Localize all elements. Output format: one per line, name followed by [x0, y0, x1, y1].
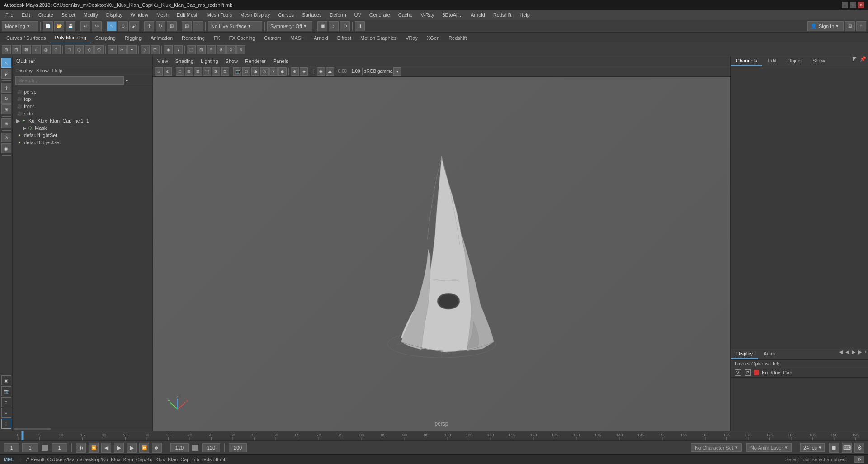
rp-pin-icon[interactable]: 📌 — [858, 56, 868, 66]
minimize-button[interactable]: ─ — [842, 2, 848, 8]
outliner-tab-show[interactable]: Show — [36, 68, 49, 73]
menu-uv[interactable]: UV — [351, 11, 365, 19]
rp-expand-icon[interactable]: ◤ — [851, 56, 858, 66]
outliner-tab-display[interactable]: Display — [16, 68, 33, 73]
attribute-button[interactable]: ≡ — [1, 408, 11, 418]
menu-3dtoall[interactable]: 3DtoAll... — [439, 11, 466, 19]
outliner-item-front[interactable]: 🎥 front — [13, 103, 152, 110]
soft-select-button[interactable]: ⊙ — [1, 133, 11, 142]
save-scene-button[interactable]: 💾 — [66, 21, 75, 31]
tab-curves-surfaces[interactable]: Curves / Surfaces — [2, 33, 50, 43]
layer-button[interactable]: ⊞ — [1, 397, 11, 407]
layer-subtab-options[interactable]: Options — [751, 361, 769, 366]
close-button[interactable]: ✕ — [858, 2, 864, 8]
new-scene-button[interactable]: 📄 — [43, 21, 53, 31]
poly-tool-13[interactable]: ✦ — [127, 45, 137, 54]
layer-nav-next[interactable]: ▶ — [850, 349, 857, 359]
channel-box-button[interactable]: ⊟ — [1, 419, 11, 429]
poly-tool-12[interactable]: ✂ — [118, 45, 127, 54]
viewport-menu-view[interactable]: View — [156, 58, 170, 64]
vp-shadow-button[interactable]: ◐ — [278, 67, 287, 76]
tab-vray[interactable]: VRay — [401, 33, 422, 43]
layer-playback-btn[interactable]: P — [745, 369, 751, 376]
poly-tool-6[interactable]: ⊙ — [52, 45, 61, 54]
menu-select[interactable]: Select — [58, 11, 79, 19]
tab-animation[interactable]: Animation — [146, 33, 177, 43]
tab-sculpting[interactable]: Sculpting — [91, 33, 120, 43]
live-surface-dropdown[interactable]: No Live Surface ▾ — [208, 21, 262, 31]
outliner-item-lightset[interactable]: ● defaultLightSet — [13, 132, 152, 139]
tab-poly-modeling[interactable]: Poly Modeling — [50, 33, 90, 43]
outliner-item-objectset[interactable]: ● defaultObjectSet — [13, 139, 152, 146]
menu-display[interactable]: Display — [103, 11, 126, 19]
symmetry-dropdown[interactable]: Symmetry: Off ▾ — [267, 21, 312, 31]
tab-rigging[interactable]: Rigging — [120, 33, 146, 43]
sculpt-button[interactable]: ◉ — [1, 143, 11, 153]
auto-key-button[interactable]: ⏹ — [829, 443, 839, 453]
step-back-key-button[interactable]: ⏪ — [89, 443, 99, 453]
pause-button[interactable]: ⏸ — [355, 21, 365, 31]
outliner-item-mask[interactable]: ▶ ⬡ Mask — [13, 124, 152, 132]
menu-help[interactable]: Help — [516, 11, 533, 19]
layer-new-icon[interactable]: + — [863, 349, 868, 359]
undo-button[interactable]: ↩ — [80, 21, 90, 31]
poly-tool-15[interactable]: ⊡ — [151, 45, 160, 54]
redo-button[interactable]: ↪ — [92, 21, 102, 31]
lasso-tool-button[interactable]: ⊙ — [118, 21, 128, 31]
tab-custom[interactable]: Custom — [259, 33, 286, 43]
vp-xray-button[interactable]: ◈ — [300, 67, 308, 76]
viewport-menu-show[interactable]: Show — [224, 58, 240, 64]
outliner-search-arrow[interactable]: ▾ — [126, 78, 128, 84]
layer-subtab-layers[interactable]: Layers — [735, 361, 750, 366]
channelbox-tab-channels[interactable]: Channels — [731, 56, 762, 66]
vp-wire-button[interactable]: ⬡ — [242, 67, 250, 76]
poly-tool-1[interactable]: ⊞ — [2, 45, 11, 54]
no-anim-layer-dropdown[interactable]: No Anim Layer ▾ — [746, 443, 792, 452]
move-mode-button[interactable]: ✛ — [1, 83, 11, 93]
tab-motion-graphics[interactable]: Motion Graphics — [356, 33, 401, 43]
tab-mash[interactable]: MASH — [286, 33, 309, 43]
vp-shade-button[interactable]: ◑ — [251, 67, 259, 76]
key-all-button[interactable]: ⌨ — [842, 443, 852, 453]
outliner-item-mesh-group[interactable]: ▶ ✦ Ku_Klux_Klan_Cap_ncl1_1 — [13, 117, 152, 124]
layer-tab-anim[interactable]: Anim — [758, 349, 780, 359]
vp-home-button[interactable]: ⌂ — [155, 67, 163, 76]
play-fwd-button[interactable]: ▶ — [114, 443, 124, 453]
menu-vray[interactable]: V-Ray — [417, 11, 438, 19]
layer-color-swatch[interactable] — [754, 370, 759, 375]
outliner-search-input[interactable] — [15, 76, 124, 85]
vp-layout-1[interactable]: □ — [176, 67, 184, 76]
mode-dropdown[interactable]: Modeling ▾ — [2, 21, 38, 31]
frame-number-field[interactable] — [52, 443, 67, 452]
menu-surfaces[interactable]: Surfaces — [298, 11, 325, 19]
rotate-mode-button[interactable]: ↻ — [1, 94, 11, 104]
menu-cache[interactable]: Cache — [395, 11, 416, 19]
layout-button[interactable]: ⊞ — [845, 21, 855, 31]
mel-python-toggle[interactable]: ⚙ — [854, 456, 864, 463]
poly-tool-2[interactable]: ⊟ — [12, 45, 21, 54]
poly-tool-10[interactable]: ⬠ — [94, 45, 104, 54]
poly-tool-8[interactable]: ⬡ — [75, 45, 84, 54]
snap-grid-button[interactable]: ⊞ — [182, 21, 192, 31]
anim-end-field[interactable] — [229, 443, 247, 452]
poly-tool-5[interactable]: ◎ — [42, 45, 51, 54]
current-frame-field[interactable] — [22, 443, 38, 452]
layer-tab-display[interactable]: Display — [731, 349, 758, 359]
outliner-hscroll[interactable] — [13, 427, 152, 431]
viewport-menu-lighting[interactable]: Lighting — [199, 58, 220, 64]
menu-mesh-display[interactable]: Mesh Display — [236, 11, 274, 19]
vp-env-button[interactable]: ☁ — [326, 67, 334, 76]
menu-edit[interactable]: Edit — [18, 11, 34, 19]
menu-edit-mesh[interactable]: Edit Mesh — [173, 11, 203, 19]
vp-snap-button[interactable]: ⊙ — [164, 67, 172, 76]
scale-mode-button[interactable]: ⊞ — [1, 104, 11, 114]
layer-row[interactable]: V P Ku_Klux_Cap — [731, 368, 868, 378]
fps-dropdown[interactable]: 24 fps ▾ — [800, 443, 825, 452]
viewport-canvas[interactable]: X Y Z persp — [153, 77, 730, 431]
layer-visibility-btn[interactable]: V — [735, 369, 741, 376]
vp-camera-button[interactable]: 📷 — [233, 67, 241, 76]
layer-subtab-help[interactable]: Help — [770, 361, 781, 366]
range-start-field[interactable] — [170, 443, 189, 452]
menu-mesh-tools[interactable]: Mesh Tools — [203, 11, 236, 19]
vp-isolate-button[interactable]: ⊕ — [291, 67, 299, 76]
